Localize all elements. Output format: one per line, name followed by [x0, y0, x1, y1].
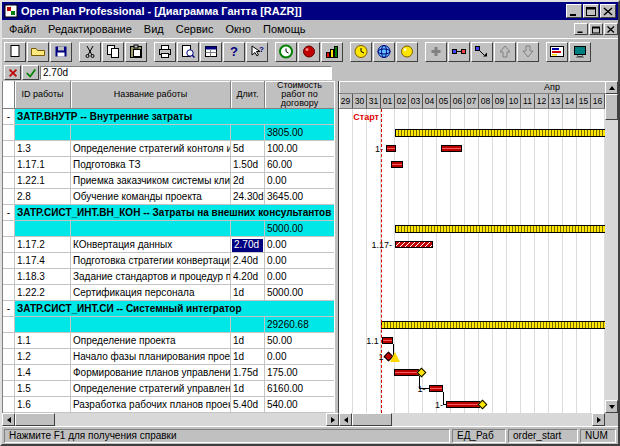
vertical-scroll-thumb[interactable] — [605, 94, 618, 120]
id-cell[interactable] — [15, 317, 71, 333]
id-cell[interactable]: 1.17.2 — [15, 237, 71, 253]
help-button[interactable]: ? — [223, 42, 245, 62]
scroll-down-button[interactable] — [605, 400, 618, 413]
duration-cell[interactable]: 2.40d — [231, 253, 265, 269]
section-row[interactable]: -ЗАТР.ВНУТР -- Внутренние затраты — [3, 109, 334, 125]
name-cell[interactable]: Подготовка ТЗ — [71, 157, 231, 173]
cost-cell[interactable]: 0.00 — [265, 173, 334, 189]
id-cell[interactable]: 1.5 — [15, 381, 71, 397]
context-help-button[interactable]: ? — [246, 42, 268, 62]
cost-cell[interactable]: 3645.00 — [265, 189, 334, 205]
cost-cell[interactable]: 175.00 — [265, 365, 334, 381]
mdi-close-button[interactable] — [604, 23, 618, 35]
task-row[interactable]: 1.4Формирование планов управления1.75d17… — [3, 365, 334, 381]
name-cell[interactable]: КОнвертация данных — [71, 237, 231, 253]
duration-cell[interactable]: 1.50d — [231, 157, 265, 173]
duration-cell[interactable]: 1.75d — [231, 365, 265, 381]
task-row[interactable]: 1.17.2КОнвертация данных2.70d0.00 — [3, 237, 334, 253]
id-cell[interactable]: 1.6 — [15, 397, 71, 413]
name-cell[interactable] — [71, 221, 231, 237]
grid-scroll-thumb[interactable] — [15, 413, 55, 426]
name-cell[interactable]: Сертификация персонала — [71, 285, 231, 301]
title-bar[interactable]: Open Plan Professional - [Диаграмма Гант… — [2, 2, 618, 20]
duration-cell[interactable] — [231, 317, 265, 333]
task-bar[interactable] — [394, 369, 419, 376]
bar-chart-button[interactable] — [321, 42, 343, 62]
summary-row[interactable]: 3805.00 — [3, 125, 334, 141]
cost-column-header[interactable]: Стоимость работ по договору — [265, 81, 334, 109]
cost-cell[interactable]: 60.00 — [265, 157, 334, 173]
grid-scroll-left-button[interactable] — [2, 413, 15, 426]
bar-view-button[interactable] — [546, 42, 568, 62]
paste-button[interactable] — [125, 42, 147, 62]
name-cell[interactable]: Приемка заказчиком системы клиент — [71, 173, 231, 189]
gantt-scroll-right-button[interactable] — [592, 413, 605, 426]
gantt-scroll-track[interactable] — [352, 413, 592, 426]
print-button[interactable] — [154, 42, 176, 62]
id-column-header[interactable]: ID работы — [15, 81, 71, 109]
globe-button[interactable] — [373, 42, 395, 62]
name-cell[interactable]: Обучение команды проекта — [71, 189, 231, 205]
name-cell[interactable]: Подготовка стратегии конвертации — [71, 253, 231, 269]
warn-triangle-milestone[interactable] — [390, 352, 400, 362]
cost-cell[interactable]: 0.00 — [265, 253, 334, 269]
duration-cell[interactable]: 24.30d — [231, 189, 265, 205]
id-cell[interactable] — [15, 221, 71, 237]
vertical-scrollbar[interactable] — [605, 81, 618, 413]
duration-cell[interactable]: 1d — [231, 349, 265, 365]
task-row[interactable]: 2.8Обучение команды проекта24.30d3645.00 — [3, 189, 334, 205]
name-cell[interactable]: Начало фазы планирования проекта — [71, 349, 231, 365]
task-bar[interactable] — [391, 161, 404, 168]
menu-item-2[interactable]: Вид — [138, 22, 170, 36]
expand-toggle[interactable]: - — [3, 109, 15, 125]
duration-cell[interactable]: 2d — [231, 173, 265, 189]
duration-cell[interactable] — [231, 221, 265, 237]
task-row[interactable]: 1.22.1Приемка заказчиком системы клиент2… — [3, 173, 334, 189]
task-bar[interactable] — [382, 337, 393, 344]
link-activities-button[interactable] — [448, 42, 470, 62]
add-activity-button[interactable] — [425, 42, 447, 62]
task-row[interactable]: 1.6Разработка рабочих планов проекта5.40… — [3, 397, 334, 413]
task-row[interactable]: 1.3Определение стратегий контоля и отч5d… — [3, 141, 334, 157]
id-cell[interactable]: 1.2 — [15, 349, 71, 365]
expand-toggle[interactable]: - — [3, 205, 15, 221]
task-row[interactable]: 1.18.3Задание стандартов и процедур по д… — [3, 269, 334, 285]
copy-button[interactable] — [102, 42, 124, 62]
duration-edit-input[interactable] — [40, 66, 332, 80]
task-row[interactable]: 1.2Начало фазы планирования проекта1d0.0… — [3, 349, 334, 365]
cost-cell[interactable]: 29260.68 — [265, 317, 334, 333]
cost-cell[interactable]: 6160.00 — [265, 381, 334, 397]
duration-column-header[interactable]: Длит. — [231, 81, 265, 109]
duration-cell[interactable]: 4.20d — [231, 269, 265, 285]
duration-cell[interactable] — [231, 125, 265, 141]
maximize-button[interactable] — [583, 4, 599, 18]
status-ball-button[interactable] — [298, 42, 320, 62]
menu-item-3[interactable]: Сервис — [170, 22, 220, 36]
name-cell[interactable] — [71, 125, 231, 141]
minimize-button[interactable] — [566, 4, 582, 18]
save-button[interactable] — [50, 42, 72, 62]
relationship-arrow-button[interactable] — [471, 42, 493, 62]
duration-cell[interactable]: 1d — [231, 333, 265, 349]
open-file-button[interactable] — [27, 42, 49, 62]
vertical-scroll-track[interactable] — [605, 94, 618, 400]
cost-cell[interactable]: 5000.00 — [265, 221, 334, 237]
expand-toggle[interactable]: - — [3, 301, 15, 317]
name-cell[interactable]: Формирование планов управления — [71, 365, 231, 381]
report-table-button[interactable] — [200, 42, 222, 62]
gantt-horizontal-scrollbar[interactable] — [339, 413, 605, 426]
cost-cell[interactable]: 5000.00 — [265, 285, 334, 301]
summary-row[interactable]: 29260.68 — [3, 317, 334, 333]
task-row[interactable]: 1.1Определение проекта1d50.00 — [3, 333, 334, 349]
menu-item-0[interactable]: Файл — [3, 22, 42, 36]
section-row[interactable]: -ЗАТР.СИСТ_ИНТ.СИ -- Системный интеграто… — [3, 301, 334, 317]
print-preview-button[interactable] — [177, 42, 199, 62]
cost-cell[interactable]: 100.00 — [265, 141, 334, 157]
name-cell[interactable] — [71, 317, 231, 333]
id-cell[interactable]: 1.22.1 — [15, 173, 71, 189]
name-cell[interactable]: Задание стандартов и процедур по д — [71, 269, 231, 285]
name-cell[interactable]: Определение стратегий управления и — [71, 381, 231, 397]
monitor-view-button[interactable] — [569, 42, 591, 62]
id-cell[interactable] — [15, 125, 71, 141]
duration-cell[interactable]: 1d — [231, 285, 265, 301]
